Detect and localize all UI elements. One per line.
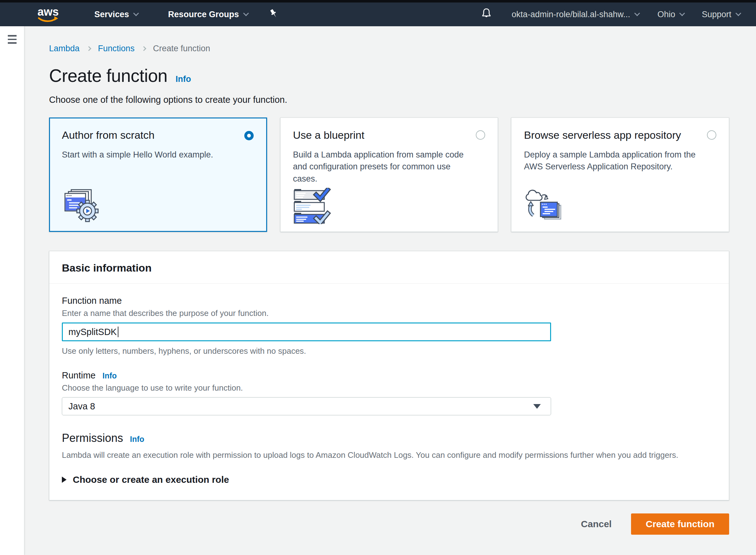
runtime-select[interactable]: Java 8 — [62, 397, 551, 415]
basic-information-heading: Basic information — [62, 262, 716, 274]
card-use-a-blueprint[interactable]: Use a blueprint Build a Lambda applicati… — [280, 118, 498, 232]
nav-region-menu[interactable]: Ohio — [657, 10, 684, 19]
permissions-info-link[interactable]: Info — [130, 435, 144, 444]
permissions-description: Lambda will create an execution role wit… — [62, 450, 716, 460]
function-name-input[interactable]: mySplitSDK — [62, 323, 551, 341]
function-name-field: Function name Enter a name that describe… — [62, 296, 716, 356]
aws-logo[interactable]: aws — [36, 6, 62, 23]
nav-resource-groups-menu[interactable]: Resource Groups — [168, 10, 248, 19]
footer-actions: Cancel Create function — [49, 513, 729, 535]
breadcrumb-current-page: Create function — [153, 44, 210, 53]
runtime-selected-option: Java 8 — [69, 401, 95, 412]
card-title: Author from scratch — [62, 129, 254, 141]
page-subtitle: Choose one of the following options to c… — [49, 95, 729, 105]
radio-selected-icon[interactable] — [244, 131, 254, 140]
card-description: Start with a simple Hello World example. — [62, 149, 254, 161]
card-browse-serverless-app-repository[interactable]: Browse serverless app repository Deploy … — [511, 118, 729, 232]
function-name-help: Enter a name that describes the purpose … — [62, 308, 716, 318]
creation-option-cards: Author from scratch Start with a simple … — [49, 118, 729, 232]
runtime-info-link[interactable]: Info — [102, 371, 117, 380]
nav-account-menu[interactable]: okta-admin-role/bilal.al-shahw... — [512, 10, 639, 19]
pushpin-icon[interactable] — [269, 8, 278, 20]
permissions-heading: Permissions — [62, 432, 123, 445]
nav-resource-groups-label: Resource Groups — [168, 10, 239, 19]
chevron-down-icon — [634, 10, 640, 16]
runtime-field: Runtime Info Choose the language to use … — [62, 370, 716, 415]
blueprint-icon — [293, 188, 332, 224]
nav-services-label: Services — [94, 10, 129, 19]
window-top-edge — [0, 0, 756, 2]
chevron-right-icon — [86, 46, 91, 51]
chevron-down-icon — [243, 10, 249, 16]
chevron-right-icon — [141, 46, 146, 51]
top-navigation-bar: aws Services Resource Groups — [0, 2, 756, 26]
nav-support-label: Support — [702, 10, 731, 19]
author-from-scratch-icon — [62, 187, 101, 223]
runtime-help: Choose the language to use to write your… — [62, 383, 716, 393]
select-caret-icon — [533, 404, 541, 409]
chevron-down-icon — [133, 10, 139, 16]
create-function-button[interactable]: Create function — [631, 513, 729, 535]
function-name-value: mySplitSDK — [69, 327, 117, 337]
collapsed-sidebar — [0, 26, 25, 555]
page-title: Create function — [49, 65, 168, 86]
expander-triangle-icon — [62, 477, 66, 483]
basic-information-panel: Basic information Function name Enter a … — [49, 251, 729, 500]
chevron-down-icon — [679, 10, 685, 16]
nav-support-menu[interactable]: Support — [702, 10, 740, 19]
notifications-bell-icon[interactable] — [481, 7, 492, 21]
cancel-button[interactable]: Cancel — [581, 519, 612, 529]
breadcrumb: Lambda Functions Create function — [49, 44, 729, 53]
card-description: Deploy a sample Lambda application from … — [524, 149, 716, 173]
nav-region-label: Ohio — [657, 10, 675, 19]
card-author-from-scratch[interactable]: Author from scratch Start with a simple … — [49, 118, 267, 232]
breadcrumb-functions-link[interactable]: Functions — [98, 44, 135, 53]
card-title: Browse serverless app repository — [524, 129, 716, 141]
main-content: Lambda Functions Create function Create … — [25, 26, 756, 555]
breadcrumb-lambda-link[interactable]: Lambda — [49, 44, 80, 53]
title-info-link[interactable]: Info — [176, 74, 191, 84]
nav-account-label: okta-admin-role/bilal.al-shahw... — [512, 10, 630, 19]
hamburger-menu-icon[interactable] — [8, 35, 24, 44]
runtime-label: Runtime — [62, 370, 96, 381]
permissions-section: Permissions Info Lambda will create an e… — [62, 432, 716, 485]
svg-text:aws: aws — [38, 6, 59, 18]
execution-role-expander-label: Choose or create an execution role — [73, 474, 229, 485]
card-description: Build a Lambda application from sample c… — [293, 149, 485, 185]
chevron-down-icon — [736, 10, 741, 16]
function-name-constraint: Use only letters, numbers, hyphens, or u… — [62, 346, 716, 356]
nav-services-menu[interactable]: Services — [94, 10, 138, 19]
function-name-label: Function name — [62, 296, 716, 306]
card-title: Use a blueprint — [293, 129, 485, 141]
serverless-app-repository-icon — [524, 188, 565, 224]
execution-role-expander[interactable]: Choose or create an execution role — [62, 474, 716, 485]
radio-unselected-icon[interactable] — [707, 130, 716, 140]
text-cursor — [118, 327, 119, 337]
